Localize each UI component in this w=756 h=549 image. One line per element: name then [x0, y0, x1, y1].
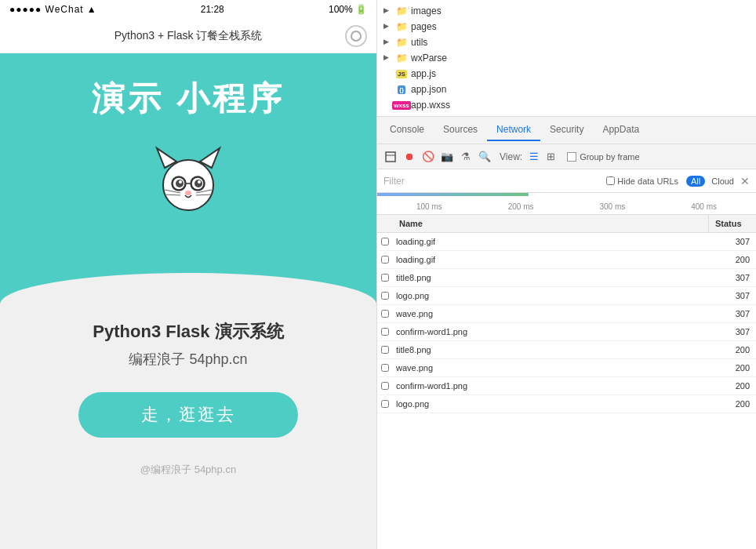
signal-dots: ●●●●● WeChat: [9, 4, 84, 15]
row-status: 307: [713, 233, 756, 250]
clear-button[interactable]: 🚫: [421, 150, 435, 164]
row-checkbox[interactable]: [377, 377, 393, 394]
table-row[interactable]: title8.png 307: [377, 269, 756, 287]
row-name: loading.gif: [393, 251, 713, 268]
network-table: Name Status loading.gif 307 loading.gif …: [377, 215, 756, 549]
devtools-tabs: Console Sources Network Security AppData: [377, 117, 756, 144]
timeline-label-400: 400 ms: [691, 202, 717, 211]
tree-item-label: app.json: [411, 84, 446, 95]
devtools-panel: ▶ 📁 images ▶ 📁 pages ▶ 📁 utils ▶ 📁 wxPar…: [376, 0, 756, 549]
tree-item-wxparse[interactable]: ▶ 📁 wxParse: [377, 50, 756, 66]
record-network-button[interactable]: ⏺: [402, 150, 416, 164]
table-row[interactable]: loading.gif 307: [377, 233, 756, 251]
table-row[interactable]: wave.png 307: [377, 305, 756, 323]
folder-icon: 📁: [396, 5, 407, 16]
svg-point-8: [198, 180, 201, 184]
app-name-label: Python3 Flask 演示系统: [93, 320, 283, 344]
tree-item-pages[interactable]: ▶ 📁 pages: [377, 19, 756, 35]
svg-point-7: [179, 180, 182, 184]
phone-content: 演示 小程序: [0, 53, 376, 549]
row-checkbox[interactable]: [377, 305, 393, 322]
tree-item-label: wxParse: [411, 53, 447, 64]
cloud-filter-button[interactable]: Cloud: [711, 176, 734, 186]
folder-icon: 📁: [396, 21, 407, 32]
row-name: title8.png: [393, 269, 713, 286]
all-filter-badge[interactable]: All: [686, 176, 705, 187]
status-bar: ●●●●● WeChat ▲ 21:28 100% 🔋: [0, 0, 376, 19]
app-title: Python3 + Flask 订餐全栈系统: [114, 29, 263, 43]
row-status: 307: [713, 269, 756, 286]
battery-status: 100% 🔋: [329, 4, 367, 15]
record-inner: [351, 31, 362, 42]
row-checkbox[interactable]: [377, 341, 393, 358]
app-title-bar: Python3 + Flask 订餐全栈系统: [0, 19, 376, 53]
json-file-icon: {}: [396, 84, 407, 95]
tab-sources[interactable]: Sources: [434, 119, 487, 141]
row-name: logo.png: [393, 287, 713, 304]
network-rows: loading.gif 307 loading.gif 200 title8.p…: [377, 233, 756, 413]
tab-appdata[interactable]: AppData: [593, 119, 649, 141]
tree-item-utils[interactable]: ▶ 📁 utils: [377, 35, 756, 50]
view-icons: ☰ ⊞: [527, 150, 558, 164]
row-status: 307: [713, 323, 756, 340]
tree-item-label: app.js: [411, 68, 436, 79]
group-by-frame-option: Group by frame: [567, 152, 639, 162]
tab-console[interactable]: Console: [380, 119, 434, 141]
filter-input[interactable]: [383, 176, 600, 187]
row-checkbox[interactable]: [377, 233, 393, 250]
camera-button[interactable]: 📷: [440, 150, 454, 164]
row-status: 200: [713, 395, 756, 413]
row-name: confirm-word1.png: [393, 323, 713, 340]
tree-arrow-icon: ▶: [383, 53, 393, 63]
close-filter-button[interactable]: ✕: [740, 175, 750, 187]
tree-item-appjs[interactable]: ▶ JS app.js: [377, 66, 756, 82]
hide-data-urls-checkbox[interactable]: [606, 176, 615, 185]
hide-data-urls-label: Hide data URLs: [617, 176, 678, 186]
svg-point-9: [185, 191, 191, 195]
tree-item-label: app.wxss: [411, 100, 450, 111]
table-row[interactable]: wave.png 200: [377, 359, 756, 377]
group-by-frame-checkbox[interactable]: [567, 152, 576, 162]
row-checkbox[interactable]: [377, 395, 393, 413]
file-tree: ▶ 📁 images ▶ 📁 pages ▶ 📁 utils ▶ 📁 wxPar…: [377, 0, 756, 117]
table-row[interactable]: confirm-word1.png 200: [377, 377, 756, 395]
tree-item-appwxss[interactable]: ▶ wxss app.wxss: [377, 97, 756, 113]
wave-divider: [0, 273, 376, 304]
timeline-label-300: 300 ms: [599, 202, 625, 211]
filter-icon[interactable]: ⚗: [459, 150, 473, 164]
svg-point-0: [163, 160, 213, 210]
wifi-icon: ▲: [87, 4, 96, 15]
grid-view-button[interactable]: ⊞: [543, 150, 558, 164]
row-checkbox[interactable]: [377, 359, 393, 376]
status-left: ●●●●● WeChat ▲: [9, 4, 96, 15]
col-status-header: Status: [709, 215, 756, 232]
battery-icon: 🔋: [355, 4, 367, 15]
timeline-label-200: 200 ms: [508, 202, 534, 211]
tree-item-appjson[interactable]: ▶ {} app.json: [377, 82, 756, 97]
inspect-element-button[interactable]: [383, 150, 398, 164]
table-row[interactable]: title8.png 200: [377, 341, 756, 359]
phone-footer: @编程浪子 54php.cn: [0, 453, 376, 486]
devtools-toolbar: ⏺ 🚫 📷 ⚗ 🔍 View: ☰ ⊞ Group by frame: [377, 144, 756, 169]
table-row[interactable]: logo.png 200: [377, 395, 756, 413]
tree-arrow-icon: ▶: [383, 6, 393, 16]
timeline-label-100: 100 ms: [416, 202, 442, 211]
phone-simulator: ●●●●● WeChat ▲ 21:28 100% 🔋 Python3 + Fl…: [0, 0, 376, 549]
table-row[interactable]: loading.gif 200: [377, 251, 756, 269]
row-checkbox[interactable]: [377, 287, 393, 304]
tab-security[interactable]: Security: [540, 119, 593, 141]
go-button[interactable]: 走，逛逛去: [78, 392, 298, 438]
svg-rect-17: [386, 152, 395, 162]
search-button[interactable]: 🔍: [478, 150, 492, 164]
tab-network[interactable]: Network: [487, 119, 540, 141]
tree-item-images[interactable]: ▶ 📁 images: [377, 3, 756, 19]
table-row[interactable]: logo.png 307: [377, 287, 756, 305]
table-row[interactable]: confirm-word1.png 307: [377, 323, 756, 341]
row-name: confirm-word1.png: [393, 377, 713, 394]
js-file-icon: JS: [396, 68, 407, 79]
record-button[interactable]: [345, 25, 367, 47]
row-checkbox[interactable]: [377, 323, 393, 340]
row-checkbox[interactable]: [377, 269, 393, 286]
list-view-button[interactable]: ☰: [527, 150, 541, 164]
row-checkbox[interactable]: [377, 251, 393, 268]
